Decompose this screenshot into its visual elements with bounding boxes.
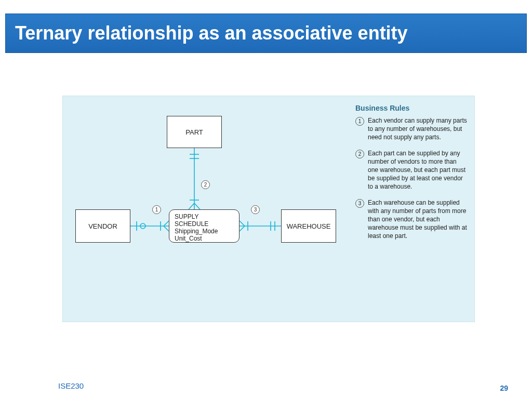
svg-line-11 — [164, 226, 169, 231]
rule-item: 3 Each warehouse can be supplied with an… — [355, 198, 467, 241]
assoc-name: SUPPLY SCHEDULE — [175, 213, 234, 228]
marker-2: 2 — [201, 180, 210, 189]
rule-text: Each vendor can supply many parts to any… — [368, 116, 467, 142]
footer-course: ISE230 — [58, 381, 84, 390]
entity-part: PART — [167, 116, 222, 148]
rule-item: 1 Each vendor can supply many parts to a… — [355, 116, 467, 142]
entity-label: VENDOR — [88, 222, 117, 230]
rule-number: 2 — [355, 150, 364, 158]
svg-line-5 — [194, 203, 200, 209]
rule-text: Each warehouse can be supplied with any … — [368, 198, 467, 241]
diagram-area: PART VENDOR WAREHOUSE SUPPLY SCHEDULE Sh… — [62, 96, 475, 322]
marker-1: 1 — [152, 205, 161, 214]
svg-line-14 — [240, 221, 245, 226]
rule-text: Each part can be supplied by any number … — [368, 149, 467, 191]
footer-page: 29 — [500, 384, 508, 392]
svg-line-10 — [164, 221, 169, 226]
marker-3: 3 — [251, 205, 260, 214]
svg-line-4 — [189, 203, 194, 209]
assoc-attr: Shipping_Mode — [175, 228, 234, 235]
entity-label: WAREHOUSE — [287, 222, 331, 230]
associative-entity: SUPPLY SCHEDULE Shipping_Mode Unit_Cost — [169, 209, 240, 243]
entity-label: PART — [185, 128, 203, 136]
svg-line-15 — [240, 226, 245, 231]
rules-title: Business Rules — [355, 104, 467, 112]
slide-title: Ternary relationship as an associative e… — [15, 22, 408, 44]
assoc-attr: Unit_Cost — [175, 235, 234, 242]
entity-vendor: VENDOR — [75, 209, 130, 243]
title-bar: Ternary relationship as an associative e… — [5, 14, 527, 53]
entity-warehouse: WAREHOUSE — [281, 209, 336, 243]
rule-item: 2 Each part can be supplied by any numbe… — [355, 149, 467, 191]
svg-point-8 — [140, 223, 145, 229]
business-rules: Business Rules 1 Each vendor can supply … — [355, 104, 467, 247]
rule-number: 3 — [355, 199, 364, 208]
rule-number: 1 — [355, 117, 364, 126]
